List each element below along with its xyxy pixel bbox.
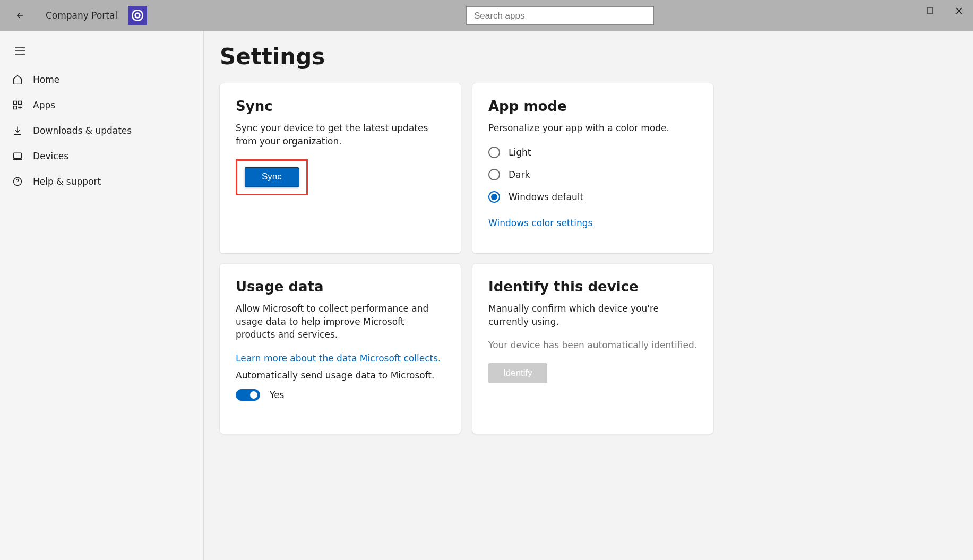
help-icon	[12, 176, 23, 187]
search-input[interactable]	[467, 7, 653, 24]
identify-status: Your device has been automatically ident…	[488, 340, 698, 350]
sidebar-item-apps[interactable]: Apps	[0, 92, 203, 118]
svg-rect-4	[19, 101, 22, 105]
radio-label: Windows default	[509, 192, 583, 202]
maximize-button[interactable]	[916, 0, 944, 21]
svg-rect-6	[14, 153, 22, 158]
download-icon	[12, 125, 23, 136]
card-app-mode: App mode Personalize your app with a col…	[472, 83, 713, 253]
svg-rect-2	[927, 8, 933, 13]
card-description: Sync your device to get the latest updat…	[236, 122, 445, 148]
card-description: Personalize your app with a color mode.	[488, 122, 698, 135]
app-logo	[128, 6, 147, 25]
back-button[interactable]	[13, 8, 28, 23]
card-title: App mode	[488, 98, 698, 114]
hamburger-button[interactable]	[7, 38, 33, 64]
radio-dark[interactable]: Dark	[488, 169, 698, 180]
titlebar: Company Portal	[0, 0, 973, 31]
card-usage-data: Usage data Allow Microsoft to collect pe…	[220, 264, 461, 434]
card-description: Manually confirm which device you're cur…	[488, 302, 698, 328]
sidebar-item-label: Home	[33, 74, 59, 85]
home-icon	[12, 74, 23, 85]
close-button[interactable]	[944, 0, 973, 21]
search-box[interactable]	[466, 6, 654, 25]
toggle-knob	[250, 391, 257, 399]
devices-icon	[12, 150, 23, 162]
learn-more-link[interactable]: Learn more about the data Microsoft coll…	[236, 353, 441, 364]
window-controls	[916, 0, 973, 21]
card-title: Identify this device	[488, 279, 698, 295]
radio-icon	[488, 169, 500, 180]
radio-windows-default[interactable]: Windows default	[488, 191, 698, 203]
radio-icon-selected	[488, 191, 500, 203]
toggle-state-label: Yes	[270, 390, 284, 400]
content-area: Settings Sync Sync your device to get th…	[204, 31, 973, 560]
svg-rect-3	[14, 101, 17, 105]
radio-label: Dark	[509, 169, 530, 180]
identify-button[interactable]: Identify	[488, 363, 547, 383]
sidebar-item-label: Apps	[33, 100, 55, 110]
sidebar: Home Apps Downloads & updates Devices He…	[0, 31, 204, 560]
card-title: Usage data	[236, 279, 445, 295]
sidebar-item-help[interactable]: Help & support	[0, 169, 203, 194]
card-description: Allow Microsoft to collect performance a…	[236, 302, 445, 341]
sync-button[interactable]: Sync	[245, 167, 299, 187]
app-title: Company Portal	[46, 10, 117, 21]
usage-toggle[interactable]	[236, 389, 260, 401]
sidebar-item-label: Downloads & updates	[33, 125, 132, 136]
sidebar-item-label: Help & support	[33, 176, 101, 187]
highlight-box: Sync	[236, 159, 308, 195]
svg-point-1	[135, 13, 140, 18]
sidebar-item-downloads[interactable]: Downloads & updates	[0, 118, 203, 143]
toggle-description: Automatically send usage data to Microso…	[236, 370, 445, 381]
card-title: Sync	[236, 98, 445, 114]
windows-color-settings-link[interactable]: Windows color settings	[488, 218, 592, 228]
page-title: Settings	[220, 44, 973, 70]
sidebar-item-home[interactable]: Home	[0, 67, 203, 92]
sidebar-item-label: Devices	[33, 151, 68, 161]
svg-rect-5	[14, 106, 17, 109]
svg-point-0	[132, 10, 143, 21]
sidebar-item-devices[interactable]: Devices	[0, 143, 203, 169]
radio-icon	[488, 147, 500, 158]
card-identify-device: Identify this device Manually confirm wh…	[472, 264, 713, 434]
radio-label: Light	[509, 147, 531, 158]
radio-light[interactable]: Light	[488, 147, 698, 158]
apps-icon	[12, 99, 23, 111]
card-sync: Sync Sync your device to get the latest …	[220, 83, 461, 253]
